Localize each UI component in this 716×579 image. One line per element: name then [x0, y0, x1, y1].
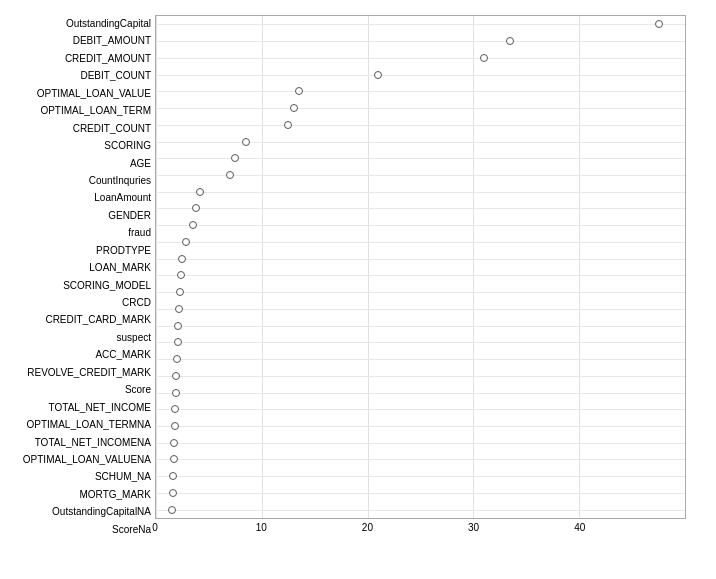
data-point — [176, 288, 184, 296]
y-label: OPTIMAL_LOAN_VALUE — [8, 89, 151, 99]
grid-line-horizontal — [156, 242, 685, 243]
data-point — [480, 54, 488, 62]
data-point — [284, 121, 292, 129]
data-point — [231, 154, 239, 162]
data-point — [175, 305, 183, 313]
plot-area-wrapper: 010203040 — [155, 15, 686, 539]
y-label: TOTAL_NET_INCOME — [8, 403, 151, 413]
y-label: GENDER — [8, 211, 151, 221]
grid-line-horizontal — [156, 393, 685, 394]
data-point — [170, 439, 178, 447]
x-axis-labels: 010203040 — [155, 519, 686, 537]
grid-line-horizontal — [156, 208, 685, 209]
y-label: CountInquries — [8, 176, 151, 186]
data-point — [168, 506, 176, 514]
data-point — [506, 37, 514, 45]
y-label: OPTIMAL_LOAN_VALUENA — [8, 455, 151, 465]
y-label: TOTAL_NET_INCOMENA — [8, 438, 151, 448]
grid-line-horizontal — [156, 142, 685, 143]
y-label: CREDIT_AMOUNT — [8, 54, 151, 64]
y-label: MORTG_MARK — [8, 490, 151, 500]
grid-line-horizontal — [156, 75, 685, 76]
grid-line-horizontal — [156, 376, 685, 377]
data-point — [374, 71, 382, 79]
x-tick-label: 40 — [574, 522, 585, 533]
grid-line-horizontal — [156, 58, 685, 59]
data-point — [169, 472, 177, 480]
y-label: OutstandingCapitalNA — [8, 507, 151, 517]
y-label: REVOLVE_CREDIT_MARK — [8, 368, 151, 378]
y-label: suspect — [8, 333, 151, 343]
data-point — [192, 204, 200, 212]
grid-line-horizontal — [156, 476, 685, 477]
y-label: CREDIT_COUNT — [8, 124, 151, 134]
grid-line-horizontal — [156, 326, 685, 327]
grid-line-horizontal — [156, 359, 685, 360]
grid-line-horizontal — [156, 225, 685, 226]
data-point — [171, 422, 179, 430]
data-point — [172, 389, 180, 397]
grid-line-horizontal — [156, 91, 685, 92]
y-labels: OutstandingCapitalDEBIT_AMOUNTCREDIT_AMO… — [0, 15, 155, 539]
y-label: LoanAmount — [8, 193, 151, 203]
data-point — [178, 255, 186, 263]
data-point — [226, 171, 234, 179]
chart-body: OutstandingCapitalDEBIT_AMOUNTCREDIT_AMO… — [0, 10, 716, 579]
data-point — [242, 138, 250, 146]
grid-line-horizontal — [156, 309, 685, 310]
data-point — [196, 188, 204, 196]
grid-line-horizontal — [156, 24, 685, 25]
data-point — [173, 355, 181, 363]
grid-line-horizontal — [156, 259, 685, 260]
x-tick-label: 10 — [256, 522, 267, 533]
y-label: fraud — [8, 228, 151, 238]
y-label: SCHUM_NA — [8, 472, 151, 482]
y-label: OutstandingCapital — [8, 19, 151, 29]
grid-line-horizontal — [156, 41, 685, 42]
data-point — [189, 221, 197, 229]
grid-line-horizontal — [156, 342, 685, 343]
data-point — [177, 271, 185, 279]
y-label: CREDIT_CARD_MARK — [8, 315, 151, 325]
y-label: CRCD — [8, 298, 151, 308]
y-label: AGE — [8, 159, 151, 169]
grid-line-horizontal — [156, 292, 685, 293]
y-label: PRODTYPE — [8, 246, 151, 256]
y-label: ScoreNa — [8, 525, 151, 535]
grid-line-horizontal — [156, 175, 685, 176]
y-label: OPTIMAL_LOAN_TERM — [8, 106, 151, 116]
plot-area — [155, 15, 686, 519]
grid-line-horizontal — [156, 426, 685, 427]
grid-line-horizontal — [156, 510, 685, 511]
data-point — [174, 338, 182, 346]
y-label: LOAN_MARK — [8, 263, 151, 273]
y-label: DEBIT_AMOUNT — [8, 36, 151, 46]
data-point — [171, 405, 179, 413]
x-tick-label: 30 — [468, 522, 479, 533]
chart-container: OutstandingCapitalDEBIT_AMOUNTCREDIT_AMO… — [0, 0, 716, 579]
grid-line-horizontal — [156, 493, 685, 494]
grid-lines — [156, 16, 685, 518]
data-point — [655, 20, 663, 28]
y-label: SCORING_MODEL — [8, 281, 151, 291]
grid-line-horizontal — [156, 459, 685, 460]
data-point — [182, 238, 190, 246]
grid-line-horizontal — [156, 192, 685, 193]
x-tick-label: 20 — [362, 522, 373, 533]
data-point — [170, 455, 178, 463]
y-label: OPTIMAL_LOAN_TERMNA — [8, 420, 151, 430]
grid-line-horizontal — [156, 125, 685, 126]
y-label: DEBIT_COUNT — [8, 71, 151, 81]
data-point — [174, 322, 182, 330]
grid-line-horizontal — [156, 409, 685, 410]
grid-line-horizontal — [156, 443, 685, 444]
data-point — [295, 87, 303, 95]
data-point — [290, 104, 298, 112]
grid-line-horizontal — [156, 275, 685, 276]
data-point — [172, 372, 180, 380]
y-label: ACC_MARK — [8, 350, 151, 360]
x-tick-label: 0 — [152, 522, 158, 533]
y-label: Score — [8, 385, 151, 395]
y-label: SCORING — [8, 141, 151, 151]
data-point — [169, 489, 177, 497]
